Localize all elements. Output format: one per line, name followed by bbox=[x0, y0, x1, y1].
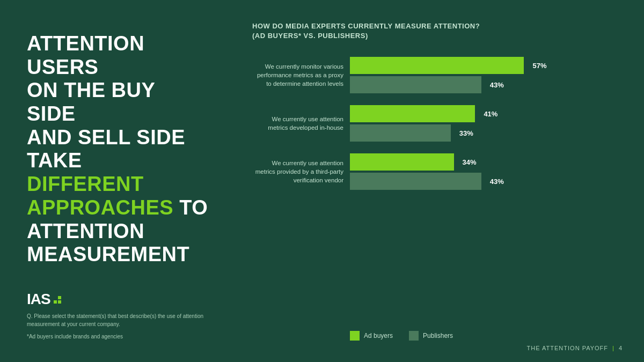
row-label-0: We currently monitor various performance… bbox=[252, 62, 343, 88]
footer: THE ATTENTION PAYOFF | 4 bbox=[527, 345, 623, 351]
page-container: ATTENTION USERS ON THE BUY SIDE AND SELL… bbox=[0, 0, 644, 362]
publishers-swatch bbox=[409, 331, 419, 341]
publisher-bar-wrapper-0: 43% bbox=[350, 76, 617, 93]
chart-title-line2: (AD BUYERS* VS. PUBLISHERS) bbox=[252, 32, 368, 40]
logo-icon bbox=[54, 296, 63, 306]
bottom-left: IAS Q. Please select the statement(s) th… bbox=[27, 291, 209, 341]
publishers-label: Publishers bbox=[423, 332, 453, 339]
svg-rect-1 bbox=[58, 296, 61, 299]
publisher-bar-2 bbox=[350, 173, 481, 190]
publisher-label-0: 43% bbox=[490, 81, 509, 89]
svg-rect-2 bbox=[58, 300, 61, 304]
publisher-bar-wrapper-2: 43% bbox=[350, 173, 617, 190]
ad-buyer-bar-0 bbox=[350, 57, 524, 74]
logo-text: IAS bbox=[27, 291, 50, 308]
publisher-bar-0 bbox=[350, 76, 481, 93]
bars-group-1: 41%33% bbox=[350, 105, 617, 142]
headline-line5: ATTENTION bbox=[27, 220, 144, 242]
footer-brand: THE ATTENTION PAYOFF bbox=[527, 345, 608, 351]
legend: Ad buyers Publishers bbox=[252, 331, 617, 341]
chart-row-1: We currently use attention metrics devel… bbox=[252, 105, 617, 142]
headline-line1: ATTENTION USERS bbox=[27, 32, 144, 78]
footnote-q: Q. Please select the statement(s) that b… bbox=[27, 312, 209, 328]
row-label-1: We currently use attention metrics devel… bbox=[252, 115, 343, 132]
legend-ad-buyers: Ad buyers bbox=[350, 331, 393, 341]
publisher-bar-1 bbox=[350, 124, 451, 142]
bars-group-2: 34%43% bbox=[350, 153, 617, 190]
ad-buyers-label: Ad buyers bbox=[364, 332, 393, 339]
legend-publishers: Publishers bbox=[409, 331, 453, 341]
chart-row-2: We currently use attention metrics provi… bbox=[252, 153, 617, 190]
right-panel: HOW DO MEDIA EXPERTS CURRENTLY MEASURE A… bbox=[231, 0, 644, 362]
headline: ATTENTION USERS ON THE BUY SIDE AND SELL… bbox=[27, 32, 209, 267]
headline-highlight1: DIFFERENT bbox=[27, 173, 144, 195]
ad-buyer-label-2: 34% bbox=[463, 158, 482, 166]
headline-line3: AND SELL SIDE TAKE bbox=[27, 126, 185, 172]
ad-buyer-label-0: 57% bbox=[532, 62, 552, 70]
bars-group-0: 57%43% bbox=[350, 57, 617, 93]
row-label-2: We currently use attention metrics provi… bbox=[252, 159, 343, 184]
chart-title: HOW DO MEDIA EXPERTS CURRENTLY MEASURE A… bbox=[252, 21, 617, 41]
ad-buyer-label-1: 41% bbox=[484, 110, 503, 118]
headline-line6: MEASUREMENT bbox=[27, 243, 189, 265]
logo-area: IAS bbox=[27, 291, 209, 308]
chart-title-line1: HOW DO MEDIA EXPERTS CURRENTLY MEASURE A… bbox=[252, 22, 480, 30]
footer-pipe: | bbox=[612, 345, 614, 351]
publisher-bar-wrapper-1: 33% bbox=[350, 124, 617, 142]
svg-rect-0 bbox=[54, 300, 57, 304]
left-panel: ATTENTION USERS ON THE BUY SIDE AND SELL… bbox=[0, 0, 231, 362]
publisher-label-1: 33% bbox=[459, 129, 479, 137]
chart-area: We currently monitor various performance… bbox=[252, 57, 617, 322]
headline-to: TO bbox=[173, 196, 208, 219]
footnote-note: *Ad buyers include brands and agencies bbox=[27, 333, 209, 341]
ad-buyer-bar-wrapper-2: 34% bbox=[350, 153, 617, 171]
ad-buyers-swatch bbox=[350, 331, 360, 341]
ad-buyer-bar-wrapper-1: 41% bbox=[350, 105, 617, 122]
ad-buyer-bar-wrapper-0: 57% bbox=[350, 57, 617, 74]
chart-row-0: We currently monitor various performance… bbox=[252, 57, 617, 93]
footer-page: 4 bbox=[619, 345, 623, 351]
ad-buyer-bar-1 bbox=[350, 105, 475, 122]
ad-buyer-bar-2 bbox=[350, 153, 454, 171]
headline-line2: ON THE BUY SIDE bbox=[27, 79, 155, 125]
headline-highlight2: APPROACHES bbox=[27, 196, 173, 219]
publisher-label-2: 43% bbox=[490, 178, 509, 186]
